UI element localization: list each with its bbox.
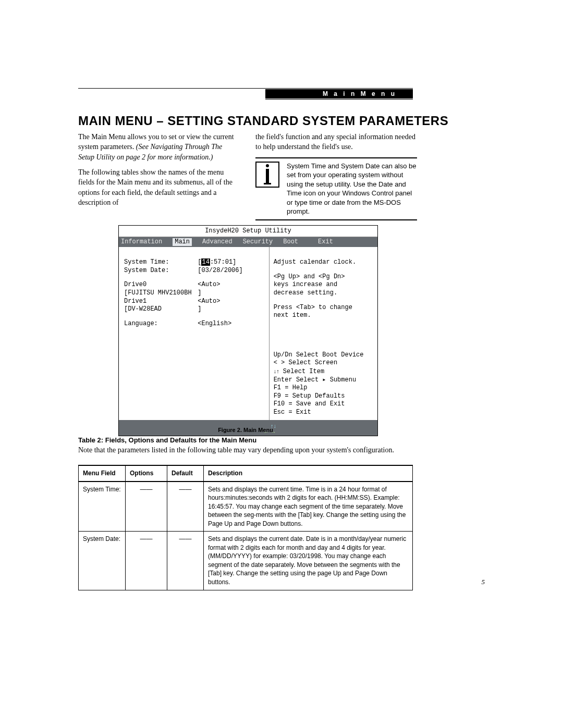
nav-l3: ↓↑ Select Item [274, 367, 373, 376]
th-description: Description [204, 465, 413, 482]
label-system-time: System Time: [124, 258, 198, 267]
page-number: 5 [482, 577, 485, 587]
nav-l2: < > Select Screen [274, 359, 373, 367]
help-l5: Press <Tab> to change [274, 304, 373, 312]
value-language: <English> [198, 320, 265, 328]
label-system-date: System Date: [124, 267, 198, 275]
help-l4: decrease setting. [274, 289, 373, 298]
help-l3: keys increase and [274, 281, 373, 289]
intro-paragraph-1: The Main Menu allows you to set or view … [78, 132, 239, 162]
bios-tab-security: Security [243, 238, 273, 246]
bios-tabs: Information Main Advanced Security Boot … [119, 237, 377, 248]
header-rule [78, 88, 413, 89]
th-default: Default [167, 465, 204, 482]
info-rule-top [255, 157, 417, 158]
nav-l4: Enter Select ▸ Submenu [274, 376, 373, 385]
table-row: System Date: —— —— Sets and displays the… [79, 532, 413, 590]
help-l2: <Pg Up> and <Pg Dn> [274, 273, 373, 281]
page-title: MAIN MENU – SETTING STANDARD SYSTEM PARA… [78, 112, 448, 129]
nav-l5: F1 = Help [274, 384, 373, 392]
value-drive0: <Auto> [198, 281, 265, 289]
nav-l8: Esc = Exit [274, 409, 373, 417]
cell-options: —— [126, 532, 167, 590]
cell-default: —— [167, 532, 204, 590]
intro-paragraph-2: The following tables show the names of t… [78, 167, 239, 207]
cell-menu-field: System Date: [79, 532, 126, 590]
info-note-box: System Time and System Date can also be … [255, 162, 417, 216]
section-header: M a i n M e n u [265, 89, 413, 98]
bios-tab-main: Main [173, 238, 192, 246]
table-row: System Time: —— —— Sets and displays the… [79, 482, 413, 532]
bios-tab-exit: Exit [318, 238, 333, 246]
table-title: Table 2: Fields, Options and Defaults fo… [78, 436, 256, 445]
bios-tab-information: Information [121, 238, 162, 246]
th-options: Options [126, 465, 167, 482]
cell-options: —— [126, 482, 167, 532]
help-l1: Adjust calendar clock. [274, 258, 373, 267]
nav-l1: Up/Dn Select Boot Device [274, 351, 373, 360]
table-note: Note that the parameters listed in the f… [78, 445, 413, 455]
nav-l6: F9 = Setup Defaults [274, 392, 373, 401]
bios-tab-boot: Boot [283, 238, 298, 246]
cell-default: —— [167, 482, 204, 532]
fields-table: Menu Field Options Default Description S… [78, 465, 413, 590]
value-drive1-id: ] [198, 305, 265, 314]
value-drive0-id: ] [198, 289, 265, 298]
cell-description: Sets and displays the current date. Date… [204, 532, 413, 590]
cell-menu-field: System Time: [79, 482, 126, 532]
value-system-date: [03/28/2006] [198, 267, 265, 275]
bios-nav-help: Up/Dn Select Boot Device < > Select Scre… [274, 351, 373, 417]
value-drive1: <Auto> [198, 298, 265, 306]
label-drive0-id: [FUJITSU MHV2100BH [124, 289, 198, 298]
bios-setup-figure: InsydeH20 Setup Utility Information Main… [118, 225, 378, 436]
intro-paragraph-3: the field's function and any special inf… [255, 132, 417, 152]
nav-l7: F10 = Save and Exit [274, 400, 373, 409]
label-drive1-id: [DV-W28EAD [124, 305, 198, 314]
bios-tab-advanced: Advanced [202, 238, 232, 246]
cell-description: Sets and displays the current time. Time… [204, 482, 413, 532]
th-menu-field: Menu Field [79, 465, 126, 482]
bios-fields-panel: System Time: [14:57:01] System Date: [03… [119, 247, 269, 419]
info-rule-bottom [255, 219, 417, 220]
info-note-text: System Time and System Date can also be … [287, 162, 417, 216]
figure-caption: Figure 2. Main Menu [78, 426, 413, 434]
label-language: Language: [124, 320, 198, 328]
help-l6: next item. [274, 312, 373, 320]
label-drive1: Drive1 [124, 298, 198, 306]
label-drive0: Drive0 [124, 281, 198, 289]
value-system-time: [14:57:01] [198, 258, 265, 267]
bios-utility-title: InsydeH20 Setup Utility [119, 226, 377, 237]
bios-help-panel: Adjust calendar clock. <Pg Up> and <Pg D… [269, 247, 377, 419]
info-icon [255, 162, 279, 188]
